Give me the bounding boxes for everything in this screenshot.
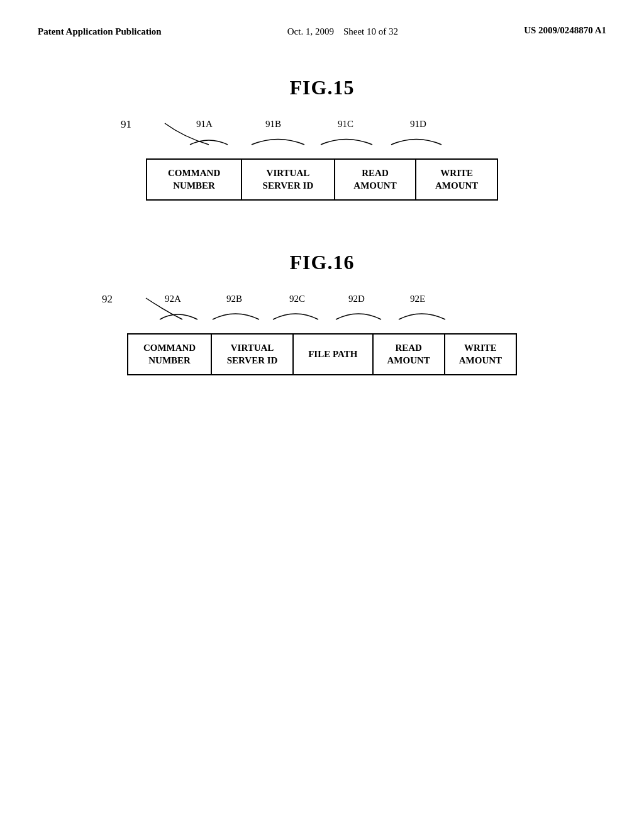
col-label-92C: 92C — [289, 294, 305, 304]
fig15-outer-ref: 91 — [121, 118, 131, 131]
fig15-col-write-amount: WRITEAMOUNT — [416, 159, 497, 200]
fig16-col-virtual-server-id: VIRTUALSERVER ID — [211, 334, 293, 375]
fig15-wrapper: 91 91A 91B 91C 91D — [146, 118, 498, 201]
col-label-92A: 92A — [165, 294, 181, 304]
fig16-col-command-number: COMMANDNUMBER — [128, 334, 211, 375]
header-date: Oct. 1, 2009 — [287, 26, 334, 36]
fig16-col-file-path: FILE PATH — [293, 334, 373, 375]
fig16-table-row: COMMANDNUMBER VIRTUALSERVER ID FILE PATH… — [128, 334, 516, 375]
fig15-col-command-number: COMMANDNUMBER — [147, 159, 242, 200]
fig16-outer-ref: 92 — [102, 293, 113, 306]
page-header: Patent Application Publication Oct. 1, 2… — [38, 25, 606, 38]
header-date-sheet: Oct. 1, 2009 Sheet 10 of 32 — [287, 25, 398, 38]
page-container: Patent Application Publication Oct. 1, 2… — [0, 0, 644, 830]
fig16-table: COMMANDNUMBER VIRTUALSERVER ID FILE PATH… — [127, 333, 517, 375]
fig16-col-read-amount: READAMOUNT — [373, 334, 445, 375]
fig16-labels-svg: 92A 92B 92C 92D 92E — [127, 293, 517, 331]
col-label-92B: 92B — [226, 294, 242, 304]
col-label-91A: 91A — [196, 119, 213, 129]
header-publication-label: Patent Application Publication — [38, 25, 162, 38]
figure-16-section: FIG.16 92 92A 92B 92C 92D 92E — [38, 251, 606, 375]
fig15-table: COMMANDNUMBER VIRTUALSERVER ID READAMOUN… — [146, 158, 498, 201]
fig15-labels-svg: 91A 91B 91C 91D — [146, 118, 498, 156]
figure-16-title: FIG.16 — [290, 251, 355, 274]
figure-15-title: FIG.15 — [290, 76, 355, 99]
col-label-92E: 92E — [410, 294, 425, 304]
fig15-col-virtual-server-id: VIRTUALSERVER ID — [242, 159, 334, 200]
header-sheet: Sheet 10 of 32 — [343, 26, 398, 36]
header-patent-number: US 2009/0248870 A1 — [524, 25, 606, 36]
col-label-92D: 92D — [348, 294, 365, 304]
fig15-col-read-amount: READAMOUNT — [335, 159, 416, 200]
fig15-table-row: COMMANDNUMBER VIRTUALSERVER ID READAMOUN… — [147, 159, 497, 200]
col-label-91D: 91D — [410, 119, 426, 129]
col-label-91C: 91C — [338, 119, 353, 129]
figure-15-section: FIG.15 91 91A 91B 91C — [38, 76, 606, 201]
fig16-wrapper: 92 92A 92B 92C 92D 92E — [127, 293, 517, 375]
col-label-91B: 91B — [265, 119, 281, 129]
fig16-col-write-amount: WRITEAMOUNT — [445, 334, 516, 375]
